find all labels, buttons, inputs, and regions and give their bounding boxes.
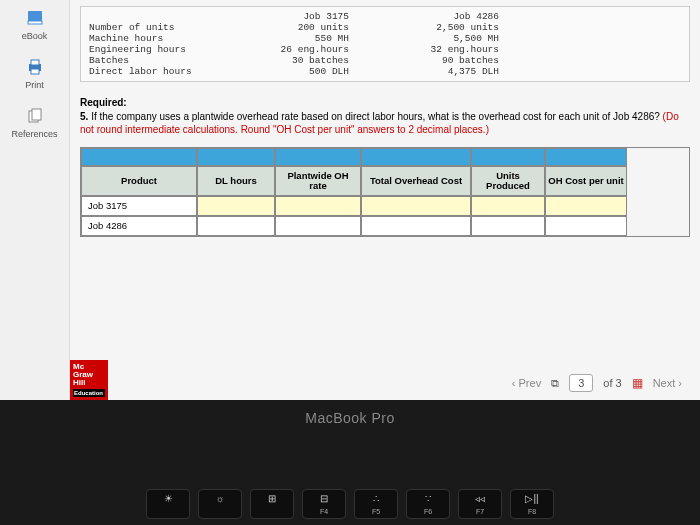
col-dl-hours: DL hours bbox=[197, 166, 275, 197]
keyboard-fn-row: ☀ ☼ ⊞ ⊟F4 ∴F5 ∵F6 ◃◃F7 ▷||F8 bbox=[0, 489, 700, 519]
col-total-oh: Total Overhead Cost bbox=[361, 166, 471, 197]
spacer-row bbox=[81, 148, 689, 166]
fn-key[interactable]: ▷||F8 bbox=[510, 489, 554, 519]
sidebar-label: Print bbox=[25, 80, 44, 90]
svg-rect-3 bbox=[31, 60, 39, 65]
givens-value: 500 DLH bbox=[259, 66, 379, 77]
laptop-brand: MacBook Pro bbox=[0, 410, 700, 426]
input-cell[interactable] bbox=[197, 196, 275, 216]
header-row: Product DL hours Plantwide OH rate Total… bbox=[81, 166, 689, 197]
givens-value: 32 eng.hours bbox=[379, 44, 499, 55]
sidebar-label: References bbox=[11, 129, 57, 139]
row-label: Job 3175 bbox=[81, 196, 197, 216]
next-button[interactable]: Next › bbox=[653, 377, 682, 389]
fn-key[interactable]: ☼ bbox=[198, 489, 242, 519]
input-cell[interactable] bbox=[275, 196, 361, 216]
fn-key[interactable]: ☀ bbox=[146, 489, 190, 519]
required-head: Required: bbox=[80, 97, 127, 108]
table-row: Job 3175 bbox=[81, 196, 689, 216]
printer-icon bbox=[0, 59, 69, 77]
col-units-produced: Units Produced bbox=[471, 166, 545, 197]
sidebar-item-print[interactable]: Print bbox=[0, 59, 69, 90]
givens-value: 90 batches bbox=[379, 55, 499, 66]
givens-label: Batches bbox=[89, 55, 259, 66]
given-data-box: Job 3175Job 4286 Number of units200 unit… bbox=[80, 6, 690, 82]
pagination: ‹ Prev ⧉ 3 of 3 ▦ Next › bbox=[512, 374, 682, 392]
col-header: Job 4286 bbox=[379, 11, 499, 22]
pages-icon bbox=[0, 108, 69, 126]
givens-value: 200 units bbox=[259, 22, 379, 33]
svg-rect-4 bbox=[31, 69, 39, 74]
input-cell[interactable] bbox=[471, 216, 545, 236]
required-block: Required: 5. If the company uses a plant… bbox=[80, 96, 690, 137]
input-cell[interactable] bbox=[361, 196, 471, 216]
svg-rect-1 bbox=[28, 21, 42, 24]
givens-value: 30 batches bbox=[259, 55, 379, 66]
input-cell[interactable] bbox=[197, 216, 275, 236]
page-of: of 3 bbox=[603, 377, 621, 389]
svg-rect-6 bbox=[32, 109, 41, 120]
question-text: If the company uses a plantwide overhead… bbox=[91, 111, 660, 122]
input-cell[interactable] bbox=[361, 216, 471, 236]
main-content: Job 3175Job 4286 Number of units200 unit… bbox=[70, 0, 700, 400]
input-cell[interactable] bbox=[275, 216, 361, 236]
prev-button[interactable]: ‹ Prev bbox=[512, 377, 541, 389]
grid-icon[interactable]: ▦ bbox=[632, 376, 643, 390]
table-row: Job 4286 bbox=[81, 216, 689, 236]
fn-key[interactable]: ∴F5 bbox=[354, 489, 398, 519]
givens-value: 4,375 DLH bbox=[379, 66, 499, 77]
fn-key[interactable]: ∵F6 bbox=[406, 489, 450, 519]
col-header: Job 3175 bbox=[259, 11, 379, 22]
fn-key[interactable]: ⊞ bbox=[250, 489, 294, 519]
input-cell[interactable] bbox=[471, 196, 545, 216]
givens-value: 5,500 MH bbox=[379, 33, 499, 44]
question-number: 5. bbox=[80, 111, 88, 122]
left-sidebar: eBook Print References bbox=[0, 0, 70, 400]
link-icon: ⧉ bbox=[551, 377, 559, 390]
givens-label: Engineering hours bbox=[89, 44, 259, 55]
fn-key[interactable]: ⊟F4 bbox=[302, 489, 346, 519]
col-product: Product bbox=[81, 166, 197, 197]
col-oh-per-unit: OH Cost per unit bbox=[545, 166, 627, 197]
row-label: Job 4286 bbox=[81, 216, 197, 236]
givens-value: 26 eng.hours bbox=[259, 44, 379, 55]
givens-label: Machine hours bbox=[89, 33, 259, 44]
sidebar-label: eBook bbox=[22, 31, 48, 41]
givens-value: 550 MH bbox=[259, 33, 379, 44]
answer-table: Product DL hours Plantwide OH rate Total… bbox=[80, 147, 690, 238]
mcgraw-hill-logo: Mc Graw Hill Education bbox=[70, 360, 108, 400]
fn-key[interactable]: ◃◃F7 bbox=[458, 489, 502, 519]
col-plantwide-rate: Plantwide OH rate bbox=[275, 166, 361, 197]
input-cell[interactable] bbox=[545, 216, 627, 236]
givens-label: Direct labor hours bbox=[89, 66, 259, 77]
input-cell[interactable] bbox=[545, 196, 627, 216]
givens-value: 2,500 units bbox=[379, 22, 499, 33]
book-icon bbox=[0, 10, 69, 28]
page-number-box[interactable]: 3 bbox=[569, 374, 593, 392]
sidebar-item-ebook[interactable]: eBook bbox=[0, 10, 69, 41]
sidebar-item-references[interactable]: References bbox=[0, 108, 69, 139]
givens-label: Number of units bbox=[89, 22, 259, 33]
